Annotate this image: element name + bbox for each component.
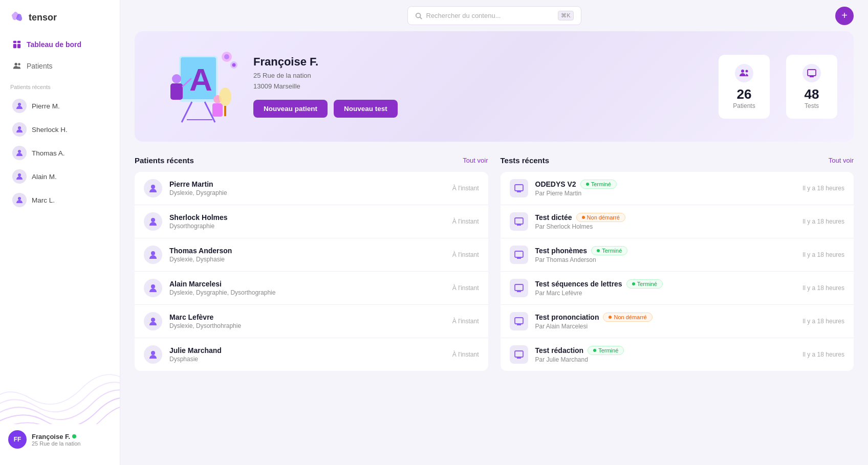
- avatar: [144, 345, 162, 364]
- svg-rect-53: [515, 318, 523, 324]
- list-item[interactable]: Test prononciation Non démarré Par Alain…: [501, 305, 854, 338]
- patients-count: 26: [737, 86, 752, 102]
- avatar: [12, 146, 27, 160]
- list-item[interactable]: ODEDYS V2 Terminé Par Pierre Martin Il y…: [501, 172, 854, 205]
- status-badge: Terminé: [588, 346, 624, 355]
- sidebar-recent-marc[interactable]: Marc L.: [2, 188, 118, 212]
- recent-patient-name: Marc L.: [32, 196, 55, 204]
- svg-point-11: [416, 13, 420, 17]
- hero-address: 25 Rue de la nation 13009 Marseille: [253, 71, 708, 92]
- sidebar-item-patients[interactable]: Patients: [6, 56, 114, 76]
- app-name: tensor: [29, 12, 57, 23]
- status-badge: Terminé: [626, 279, 663, 289]
- recent-patient-name: Thomas A.: [32, 149, 65, 157]
- test-icon: [510, 345, 528, 364]
- svg-rect-3: [17, 44, 20, 48]
- sidebar-recent-pierre[interactable]: Pierre M.: [2, 94, 118, 118]
- list-item[interactable]: Test dictée Non démarré Par Sherlock Hol…: [501, 205, 854, 238]
- table-row[interactable]: Alain Marcelesi Dyslexie, Dysgraphie, Dy…: [135, 272, 488, 305]
- table-row[interactable]: Marc Lefèvre Dyslexie, Dysorthohraphie À…: [135, 305, 488, 338]
- recent-patients-list: Pierre M. Sherlock H. Thomas A. Alain M.…: [0, 94, 120, 212]
- sidebar-navigation: Tableau de bord Patients: [0, 35, 120, 78]
- avatar: [12, 169, 27, 184]
- svg-point-6: [18, 103, 21, 106]
- content-area: A: [120, 31, 868, 465]
- table-row[interactable]: Thomas Anderson Dyslexie, Dysphasie À l'…: [135, 238, 488, 272]
- sidebar-item-dashboard[interactable]: Tableau de bord: [6, 35, 114, 54]
- svg-rect-50: [515, 284, 523, 291]
- tests-list: ODEDYS V2 Terminé Par Pierre Martin Il y…: [501, 172, 854, 371]
- svg-point-31: [746, 70, 748, 72]
- svg-point-10: [18, 197, 21, 200]
- user-name: Françoise F.: [32, 433, 112, 440]
- test-icon: [510, 212, 528, 231]
- status-badge: Terminé: [591, 246, 627, 255]
- svg-point-30: [741, 70, 744, 73]
- dashboard-label: Tableau de bord: [27, 40, 81, 49]
- hero-name: Françoise F.: [253, 55, 708, 69]
- app-logo[interactable]: tensor: [0, 10, 120, 35]
- table-row[interactable]: Julie Marchand Dysphasie À l'instant: [135, 338, 488, 371]
- header: Rechercher du contenu... ⌘K +: [120, 0, 868, 31]
- svg-point-4: [15, 63, 17, 65]
- svg-point-8: [18, 150, 21, 153]
- svg-rect-23: [212, 103, 223, 117]
- avatar: [12, 99, 27, 113]
- svg-rect-47: [515, 251, 523, 257]
- svg-rect-2: [13, 44, 16, 48]
- user-address: 25 Rue de la nation: [32, 440, 112, 447]
- sidebar-footer[interactable]: FF Françoise F. 25 Rue de la nation: [0, 424, 120, 455]
- main-content: Rechercher du contenu... ⌘K + A: [120, 0, 868, 465]
- wave-decoration: [0, 327, 120, 439]
- stat-patients: 26 Patients: [719, 55, 770, 119]
- svg-point-28: [219, 87, 231, 106]
- add-button[interactable]: +: [835, 7, 854, 25]
- avatar: [144, 279, 162, 297]
- hero-stats: 26 Patients 48 Tests: [719, 55, 837, 119]
- hero-illustration: A: [151, 46, 243, 127]
- online-status-dot: [72, 434, 76, 438]
- svg-point-7: [18, 126, 21, 129]
- svg-rect-20: [170, 83, 183, 100]
- recent-patient-name: Alain M.: [32, 173, 57, 181]
- user-avatar: FF: [8, 430, 27, 449]
- tests-count: 48: [805, 86, 819, 102]
- list-item[interactable]: Test séquences de lettres Terminé Par Ma…: [501, 272, 854, 305]
- avatar: [144, 179, 162, 197]
- new-test-button[interactable]: Nouveau test: [334, 100, 398, 118]
- sidebar-recent-alain[interactable]: Alain M.: [2, 165, 118, 188]
- avatar: [12, 122, 27, 137]
- search-bar[interactable]: Rechercher du contenu... ⌘K: [407, 6, 581, 25]
- stat-tests: 48 Tests: [786, 55, 837, 119]
- avatar: [144, 246, 162, 264]
- sidebar-recent-sherlock[interactable]: Sherlock H.: [2, 118, 118, 141]
- user-info: Françoise F. 25 Rue de la nation: [32, 433, 112, 447]
- tests-see-all[interactable]: Tout voir: [829, 157, 854, 164]
- hero-info: Françoise F. 25 Rue de la nation 13009 M…: [253, 55, 708, 118]
- status-badge: Non démarré: [603, 313, 652, 322]
- patients-label: Patients: [733, 102, 755, 109]
- table-row[interactable]: Sherlock Holmes Dysorthographie À l'inst…: [135, 205, 488, 238]
- table-row[interactable]: Pierre Martin Dyslexie, Dysgraphie À l'i…: [135, 172, 488, 205]
- tests-section-title: Tests récents: [501, 156, 550, 165]
- svg-point-37: [151, 251, 155, 255]
- patients-section-title: Patients récents: [135, 156, 194, 165]
- svg-point-5: [18, 63, 20, 65]
- list-item[interactable]: Test phonèmes Terminé Par Thomas Anderso…: [501, 238, 854, 272]
- list-item[interactable]: Test rédaction Terminé Par Julie Marchan…: [501, 338, 854, 371]
- two-column-section: Patients récents Tout voir Pierre Martin…: [135, 156, 854, 371]
- sidebar-recent-thomas[interactable]: Thomas A.: [2, 141, 118, 165]
- svg-text:A: A: [189, 62, 212, 97]
- patients-column: Patients récents Tout voir Pierre Martin…: [135, 156, 488, 371]
- patients-see-all[interactable]: Tout voir: [463, 157, 488, 164]
- search-icon: [415, 12, 422, 19]
- svg-rect-0: [13, 41, 16, 43]
- svg-rect-32: [808, 70, 816, 76]
- svg-point-38: [151, 284, 155, 289]
- hero-buttons: Nouveau patient Nouveau test: [253, 100, 708, 118]
- svg-rect-29: [224, 106, 226, 116]
- svg-line-12: [420, 17, 422, 19]
- svg-point-27: [232, 63, 236, 67]
- patients-section-header: Patients récents Tout voir: [135, 156, 488, 165]
- new-patient-button[interactable]: Nouveau patient: [253, 100, 328, 118]
